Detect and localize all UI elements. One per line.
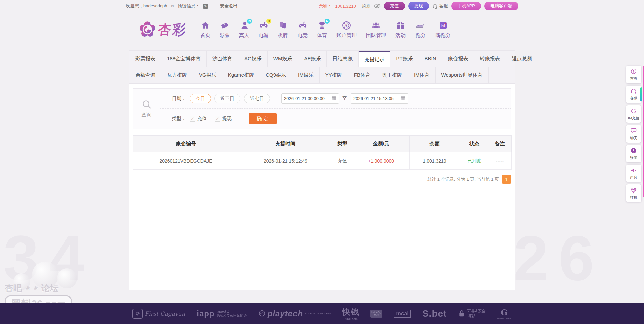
side-question[interactable]: 疑问 (626, 145, 641, 162)
checkbox-check-icon: ✓ (190, 116, 195, 122)
nav-lottery[interactable]: 彩票 (216, 21, 234, 39)
flower-icon: ❀ (33, 285, 38, 291)
tab-188-sports[interactable]: 188金宝博体育 (161, 51, 207, 67)
tab-wm[interactable]: WM娱乐 (268, 51, 299, 67)
tab-zhangbian[interactable]: 账变报表 (442, 51, 474, 67)
tab-yue-chaxun[interactable]: 余额查询 (129, 67, 161, 83)
tab-caipiao-baobiao[interactable]: 彩票报表 (129, 51, 161, 67)
tab-ae[interactable]: AE娱乐 (298, 51, 327, 67)
tab-kgame[interactable]: Kgame棋牌 (222, 67, 260, 83)
tab-fandian[interactable]: 返点总额 (506, 51, 538, 67)
col-status: 状态 (460, 136, 489, 152)
nav-account-manage[interactable]: ¥ 账户管理 (332, 21, 361, 39)
headset-icon (630, 88, 637, 95)
tab-fb[interactable]: FB体育 (348, 67, 376, 83)
logo-gamcare: G GAMCARE (497, 308, 511, 320)
tab-vg[interactable]: VG娱乐 (193, 67, 222, 83)
nav-home[interactable]: 首页 (196, 21, 214, 39)
nav-sports[interactable]: N 体育 (313, 21, 331, 39)
swirl-icon (258, 310, 266, 318)
type-filter-row: 类型： ✓ 充值 ✓ 提现 确 定 (160, 109, 511, 129)
tab-aoding[interactable]: 奥丁棋牌 (376, 67, 408, 83)
logo-unionpay: UnionPay银联 (370, 310, 382, 318)
scrollbar-track[interactable] (643, 66, 644, 197)
withdraw-button[interactable]: 提现 (408, 2, 429, 10)
nav-team-manage[interactable]: 团队管理 (362, 21, 390, 39)
side-im-recharge[interactable]: IM充值 (626, 105, 641, 123)
date-to-input[interactable]: 2026-01-21 15:13:05 (351, 93, 408, 104)
side-service[interactable]: 客服 (626, 86, 641, 103)
side-sound[interactable]: 声音 (626, 165, 641, 182)
tab-yy[interactable]: YY棋牌 (320, 67, 348, 83)
customer-service-link[interactable]: 客服 (432, 3, 448, 9)
logo-first-cagayan: ❂ First Cagayan (132, 309, 185, 319)
type-withdraw-checkbox[interactable]: ✓ 提现 (215, 116, 232, 122)
quick-7days-button[interactable]: 近七日 (244, 94, 270, 103)
svg-text:¥: ¥ (345, 23, 347, 27)
nav-hi-paofen[interactable]: hi 嗨跑分 (432, 21, 455, 39)
main-nav: 首页 彩票 N 真人 H 电游 棋牌 电竞 N 体育 ¥ (196, 21, 455, 39)
eye-slash-icon[interactable] (374, 4, 381, 8)
side-chat[interactable]: 聊天 (626, 125, 641, 143)
nav-live-casino[interactable]: N 真人 (235, 21, 253, 39)
tab-wali[interactable]: 瓦力棋牌 (161, 67, 193, 83)
type-recharge-checkbox[interactable]: ✓ 充值 (190, 116, 207, 122)
tab-ag[interactable]: AG娱乐 (238, 51, 268, 67)
calendar-icon[interactable] (400, 96, 406, 102)
pc-client-button[interactable]: 电脑客户端 (484, 2, 518, 10)
tab-pt[interactable]: PT娱乐 (390, 51, 419, 67)
flower-logo-icon (138, 20, 157, 39)
confirm-button[interactable]: 确 定 (249, 113, 277, 124)
logo-sbet: S.bet (422, 308, 447, 319)
recharge-button[interactable]: 充值 (384, 2, 405, 10)
col-balance: 余额 (409, 136, 460, 152)
page-1-button[interactable]: 1 (502, 175, 511, 184)
envelope-icon[interactable]: ✉ (171, 3, 175, 9)
cell-time: 2026-01-21 15:12:49 (239, 152, 332, 170)
edit-icon[interactable]: ✎ (203, 4, 208, 9)
nav-promotions[interactable]: 活动 (391, 21, 410, 39)
side-home[interactable]: 首页 (626, 66, 641, 83)
col-remark: 备注 (489, 136, 511, 152)
logo-secure-gaming: 可靠&安全博彩 (458, 309, 486, 319)
welcome-text: 欢迎您，hadesadoph (126, 3, 167, 9)
col-account-id: 账变编号 (133, 136, 239, 152)
side-hangup[interactable]: 挂机 (626, 184, 641, 202)
balance-label: 余额： (319, 3, 332, 9)
tab-wesports[interactable]: Wesports世界体育 (436, 67, 489, 83)
cell-status: 已到账 (460, 152, 489, 170)
gift-icon (396, 21, 405, 31)
date-from-input[interactable]: 2026-01-21 00:00:00 (281, 93, 339, 104)
tab-zhuanzhang[interactable]: 转账报表 (474, 51, 506, 67)
footer: ❂ First Cagayan iapp iapp成员隐私权专家国际协会 pla… (0, 303, 644, 324)
nav-slots[interactable]: H 电游 (255, 21, 273, 39)
nav-cards[interactable]: 棋牌 (274, 21, 292, 39)
quick-today-button[interactable]: 今日 (190, 94, 211, 103)
tab-im-tiyu[interactable]: IM体育 (408, 67, 436, 83)
tab-im-yule[interactable]: IM娱乐 (292, 67, 320, 83)
balance-value: 1001.3210 (335, 4, 356, 9)
nav-esports[interactable]: 电竞 (293, 21, 312, 39)
crest-icon: ❂ (132, 309, 143, 319)
checkbox-check-icon: ✓ (215, 116, 220, 122)
refresh-button[interactable]: 刷新 (362, 3, 371, 9)
mute-speaker-icon (630, 167, 637, 175)
nav-paofen[interactable]: 跑分 (411, 21, 430, 39)
coin-icon: ¥ (342, 21, 351, 31)
mobile-app-button[interactable]: 手机APP (451, 2, 481, 10)
tab-chongti-jilu-active[interactable]: 充提记录 (359, 51, 390, 67)
brand-logo[interactable]: 杏彩 (138, 20, 187, 39)
quick-3days-button[interactable]: 近三日 (214, 94, 240, 103)
site-header: 杏彩 首页 彩票 N 真人 H 电游 棋牌 电竞 N (126, 12, 518, 47)
tab-shaba-sports[interactable]: 沙巴体育 (207, 51, 238, 67)
tab-rijie[interactable]: 日结总览 (327, 51, 359, 67)
tab-bbin[interactable]: BBIN (419, 51, 442, 67)
tab-cq9[interactable]: CQ9娱乐 (260, 67, 292, 83)
logout-link[interactable]: 安全退出 (220, 3, 237, 9)
date-filter-row: 日期： 今日 近三日 近七日 2026-01-21 00:00:00 至 202… (160, 89, 511, 109)
background-digits-right: 26 (513, 221, 604, 294)
team-icon (371, 21, 381, 31)
calendar-icon[interactable] (331, 96, 336, 102)
tab-row-1: 彩票报表 188金宝博体育 沙巴体育 AG娱乐 WM娱乐 AE娱乐 日结总览 充… (129, 51, 515, 67)
date-label: 日期： (172, 96, 186, 102)
